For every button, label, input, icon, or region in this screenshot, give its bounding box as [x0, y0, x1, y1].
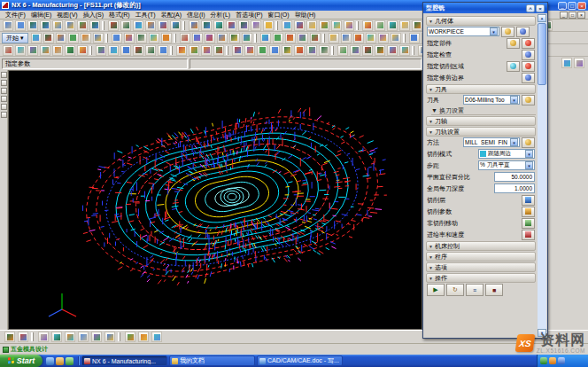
toolbar-icon[interactable] — [353, 33, 364, 43]
resource-tab-icon[interactable] — [1, 96, 7, 102]
toolbar-icon[interactable] — [362, 45, 373, 56]
resource-tab-icon[interactable] — [1, 80, 7, 86]
menu-insert[interactable]: 插入(S) — [81, 11, 106, 20]
child-restore-button[interactable]: □ — [569, 12, 576, 19]
edit-geometry-button[interactable] — [501, 27, 514, 37]
toolbar-icon[interactable] — [43, 33, 54, 43]
toolbar-icon[interactable] — [176, 45, 187, 56]
toolbar-icon[interactable] — [112, 33, 122, 43]
group-geometry[interactable]: ▼ 几何体 — [426, 16, 536, 26]
resource-tab-icon[interactable] — [1, 72, 7, 78]
resource-tab-icon[interactable] — [1, 88, 7, 94]
dialog-rollup-icon[interactable]: ^ — [526, 4, 535, 12]
toolbar-icon[interactable] — [341, 33, 352, 43]
toolbar-icon[interactable] — [409, 33, 420, 43]
toolbar-icon[interactable] — [189, 20, 199, 31]
start-button[interactable]: Start — [0, 355, 43, 367]
menu-preferences[interactable]: 首选项(P) — [233, 11, 265, 20]
toolbar-icon[interactable] — [269, 45, 280, 56]
toolbar-icon[interactable] — [244, 45, 255, 56]
toolbar-icon[interactable] — [201, 45, 212, 56]
menu-tools[interactable]: 工具(T) — [133, 11, 159, 20]
dialog-scrollbar[interactable]: ▲ ▼ — [538, 14, 546, 337]
menu-window[interactable]: 窗口(O) — [266, 11, 292, 20]
display-part-button[interactable] — [522, 38, 535, 49]
toolbar-icon[interactable] — [329, 33, 339, 43]
quick-launch-icon[interactable] — [66, 357, 74, 365]
toolbar-icon[interactable] — [257, 45, 267, 56]
close-button[interactable]: × — [577, 2, 586, 10]
group-program[interactable]: ▼ 程序 — [426, 252, 536, 262]
toolbar-icon[interactable] — [251, 20, 261, 31]
toolbar-icon[interactable] — [18, 332, 28, 342]
toolbar-icon[interactable] — [40, 45, 50, 56]
toolbar-icon[interactable] — [574, 58, 584, 68]
toolbar-icon[interactable] — [77, 45, 88, 56]
toolbar-icon[interactable] — [27, 20, 38, 31]
toolbar-icon[interactable] — [120, 45, 131, 56]
toolbar-icon[interactable] — [375, 20, 385, 31]
toolbar-icon[interactable] — [242, 33, 252, 43]
stepover-combo[interactable]: % 刀具平直 ▼ — [478, 160, 535, 170]
toolbar-grip[interactable] — [174, 34, 176, 43]
toolbar-icon[interactable] — [387, 20, 398, 31]
display-cut-area-button[interactable] — [522, 61, 535, 72]
menu-edit[interactable]: 编辑(E) — [28, 11, 54, 20]
flat-percent-field[interactable]: 50.0000 — [494, 172, 535, 182]
cut-levels-button[interactable] — [522, 195, 535, 206]
menu-view[interactable]: 视图(V) — [54, 11, 80, 20]
geometry-combo[interactable]: WORKPIECE ▼ — [427, 27, 499, 36]
toolbar-icon[interactable] — [38, 332, 49, 342]
toolbar-icon[interactable] — [145, 20, 156, 31]
toolbar-icon[interactable] — [51, 332, 62, 342]
replay-toolpath-button[interactable]: ↻ — [446, 284, 464, 296]
toolbar-icon[interactable] — [285, 33, 296, 43]
toolbar-icon[interactable] — [65, 20, 75, 31]
toolbar-icon[interactable] — [213, 20, 224, 31]
toolbar-icon[interactable] — [136, 33, 147, 43]
toolbar-icon[interactable] — [331, 20, 342, 31]
group-actions[interactable]: ▼ 操作 — [426, 273, 536, 283]
toolbar-grip[interactable] — [226, 46, 228, 55]
toolbar-icon[interactable] — [294, 45, 305, 56]
menu-analysis[interactable]: 分析(L) — [208, 11, 234, 20]
list-toolpath-button[interactable]: ≡ — [466, 284, 484, 296]
toolbar-grip[interactable] — [356, 21, 359, 30]
toolbar-icon[interactable] — [3, 45, 13, 56]
group-tool[interactable]: ▼ 刀具 — [426, 84, 536, 94]
toolbar-icon[interactable] — [337, 45, 348, 56]
feeds-speeds-button[interactable] — [522, 230, 535, 240]
toolbar-icon[interactable] — [298, 33, 308, 43]
toolbar-grip[interactable] — [89, 46, 92, 55]
menu-format[interactable]: 格式(R) — [106, 11, 133, 20]
group-path-settings[interactable]: ▼ 刀轨设置 — [426, 127, 536, 137]
toolbar-grip[interactable] — [331, 46, 334, 55]
toolbar-grip[interactable] — [170, 46, 173, 55]
toolbar-icon[interactable] — [387, 45, 398, 56]
toolbar-icon[interactable] — [133, 20, 143, 31]
graphics-window[interactable] — [8, 70, 422, 330]
toolbar-icon[interactable] — [189, 45, 199, 56]
edit-method-button[interactable] — [522, 137, 535, 148]
toolbar-icon[interactable] — [27, 45, 38, 56]
toolbar-icon[interactable] — [412, 20, 422, 31]
toolbar-icon[interactable] — [145, 45, 156, 56]
menu-help[interactable]: 帮助(H) — [292, 11, 319, 20]
toolbar-grip[interactable] — [322, 34, 325, 43]
toolbar-icon[interactable] — [399, 20, 410, 31]
method-combo[interactable]: MILL_SEMI_FIN ▼ — [463, 137, 520, 147]
toolbar-grip[interactable] — [105, 34, 108, 43]
toolbar-icon[interactable] — [232, 45, 243, 56]
toolbar-icon[interactable] — [217, 33, 228, 43]
toolbar-icon[interactable] — [201, 20, 212, 31]
toolbar-icon[interactable] — [15, 45, 26, 56]
taskbar-window-nx[interactable]: NX 6 - Manufacturing... — [81, 355, 167, 366]
tray-icon[interactable] — [549, 357, 556, 364]
verify-toolpath-button[interactable]: ■ — [485, 284, 503, 296]
toolbar-icon[interactable] — [108, 45, 119, 56]
toolbar-icon[interactable] — [273, 33, 283, 43]
select-part-button[interactable] — [507, 38, 520, 49]
toolbar-icon[interactable] — [93, 33, 104, 43]
toolbar-icon[interactable] — [151, 332, 162, 342]
toolbar-icon[interactable] — [306, 45, 317, 56]
